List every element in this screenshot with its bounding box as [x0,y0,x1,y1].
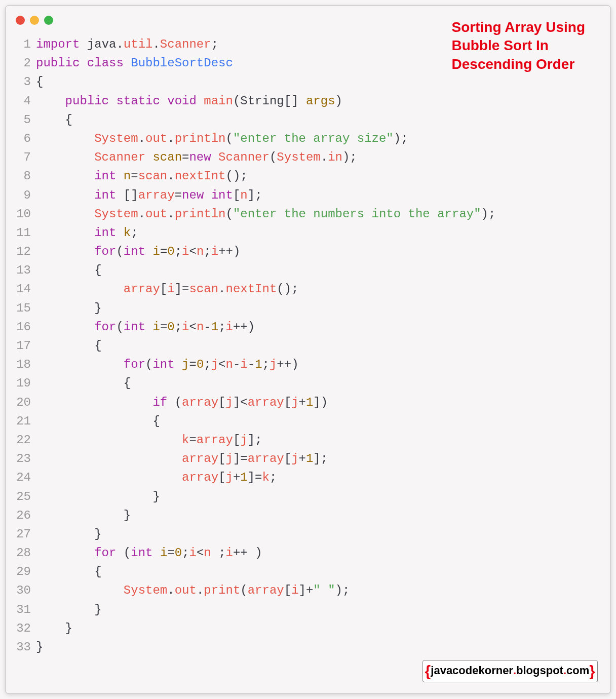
code-window: Sorting Array UsingBubble Sort InDescend… [5,5,611,694]
code-token: = [189,433,196,447]
code-token: ++ ) [233,546,262,560]
line-number: 9 [16,186,36,205]
maximize-icon[interactable] [44,16,53,25]
code-token [36,565,94,578]
code-line: 3{ [16,72,600,91]
code-token: array [182,396,218,409]
code-token: n [240,188,247,202]
code-token: = [160,320,167,334]
code-token: Scanner [160,37,211,51]
code-token: "enter the numbers into the array" [233,207,481,221]
footer-domain: javacodekorner [431,664,513,677]
code-token: ]) [313,396,328,409]
line-number: 32 [16,619,36,638]
code-token: n [226,358,233,371]
code-token: = [189,358,196,371]
line-number: 8 [16,167,36,185]
code-token [204,188,211,202]
code-token: [ [284,396,291,409]
line-number: 12 [16,242,36,261]
code-content: for(int i=0;i<n;i++) [36,242,600,261]
code-token: (); [277,282,298,296]
code-token: array [182,471,218,484]
code-token [145,245,152,258]
code-token: 0 [175,546,182,560]
line-number: 31 [16,600,36,619]
code-token [211,546,218,560]
line-number: 21 [16,412,36,431]
heading-title: Sorting Array UsingBubble Sort InDescend… [452,18,585,73]
code-token: ]; [248,188,262,202]
footer-watermark: {javacodekorner.blogspot.com} [422,660,598,682]
line-number: 14 [16,280,36,298]
code-token: " " [313,584,335,597]
code-token: ]; [313,452,328,465]
code-token [36,358,124,371]
code-token: ; [131,226,138,240]
code-token: = [131,169,138,183]
code-content: { [36,336,600,355]
code-token: ); [335,584,350,597]
code-token: j [270,358,277,371]
line-number: 16 [16,318,36,336]
code-token: } [124,509,131,522]
code-token [36,452,182,465]
code-token: "enter the array size" [233,132,394,145]
code-line: 5 { [16,110,600,129]
code-token: [ [233,433,240,447]
code-token [211,150,218,164]
code-line: 28 for (int i=0;i<n ;i++ ) [16,543,600,562]
code-token: n [124,169,131,183]
code-content: Scanner scan=new Scanner(System.in); [36,148,600,167]
code-line: 16 for(int i=0;i<n-1;i++) [16,318,600,336]
code-token: ); [394,132,408,145]
code-token: [ [233,188,240,202]
code-token: i [182,320,189,334]
code-token: . [167,207,174,221]
code-line: 13 { [16,261,600,280]
code-token: + [299,452,306,465]
line-number: 10 [16,205,36,223]
left-brace-icon: { [425,663,431,679]
code-content: int []array=new int[n]; [36,186,600,205]
code-token: ]; [248,433,262,447]
code-token: ( [240,584,247,597]
code-token: } [65,622,72,635]
code-content: System.out.println("enter the array size… [36,129,600,148]
code-token: System [124,584,167,597]
code-token: BubbleSortDesc [131,56,233,70]
code-token: new [189,150,211,164]
code-content: int n=scan.nextInt(); [36,167,600,185]
code-editor: 1import java.util.Scanner;2public class … [16,35,600,656]
code-token [160,94,167,108]
code-token: - [233,358,240,371]
code-token: [ [218,452,225,465]
code-token: } [94,527,101,541]
code-token: ; [204,245,211,258]
code-content: int k; [36,223,600,242]
code-token [36,150,94,164]
line-number: 2 [16,54,36,72]
code-token [36,527,94,541]
code-token: (); [226,169,248,183]
code-line: 19 { [16,374,600,393]
code-token: i [291,584,298,597]
minimize-icon[interactable] [30,16,39,25]
line-number: 5 [16,110,36,129]
code-token: j [291,396,298,409]
close-icon[interactable] [16,16,25,25]
code-token: } [36,640,43,654]
code-token [116,226,123,240]
code-token: [ [284,584,291,597]
code-token: i [152,245,160,258]
code-token [109,94,116,108]
code-token: new [182,188,204,202]
code-token [36,282,124,296]
code-token: i [189,546,197,560]
code-token: ++) [218,245,240,258]
code-token: for [94,320,116,334]
line-number: 1 [16,35,36,54]
code-token: scan [152,150,182,164]
code-line: 22 k=array[j]; [16,431,600,449]
code-token: . [167,132,174,145]
